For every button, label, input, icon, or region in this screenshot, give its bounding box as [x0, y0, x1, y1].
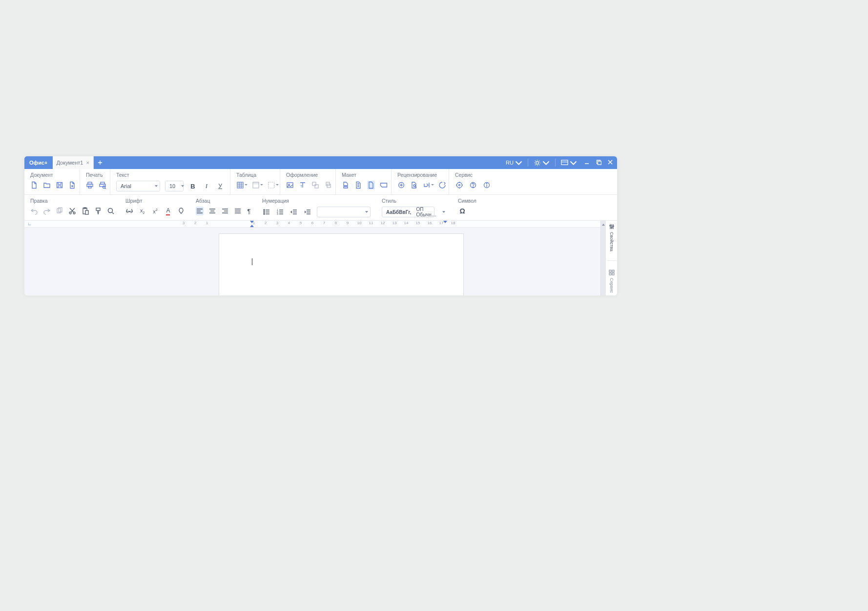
- accept-changes-icon[interactable]: [423, 181, 431, 190]
- block-label: Текст: [116, 172, 225, 178]
- paragraph-style-dropdown[interactable]: АаБбВвГг, ОП Обычн…: [382, 207, 434, 217]
- svg-point-88: [611, 227, 612, 228]
- search-icon[interactable]: [107, 207, 115, 215]
- page-margins-icon[interactable]: [354, 181, 362, 190]
- save-document-icon[interactable]: [56, 181, 63, 190]
- style-name: ОП Обычн…: [416, 207, 436, 217]
- undo-icon[interactable]: [30, 207, 38, 215]
- ruler-tick: 5: [300, 221, 302, 225]
- font-family-dropdown[interactable]: Arial: [116, 181, 160, 191]
- ruler-indent-bottom[interactable]: [250, 225, 254, 227]
- font-color-icon[interactable]: A: [164, 207, 172, 215]
- insert-table-icon[interactable]: [236, 181, 244, 190]
- table-select-icon[interactable]: [268, 181, 275, 190]
- home-tab-label: Офис+: [29, 160, 48, 166]
- ruler-tick: 1: [206, 221, 208, 225]
- close-tab-icon[interactable]: ×: [86, 160, 89, 166]
- sidebar-tab-properties[interactable]: Свойства: [609, 224, 615, 252]
- insert-image-icon[interactable]: [286, 181, 294, 190]
- new-document-icon[interactable]: [30, 181, 38, 190]
- chevron-down-icon: [276, 184, 279, 187]
- underline-button[interactable]: У: [216, 182, 225, 190]
- paste-icon[interactable]: [82, 207, 89, 215]
- copy-format-icon[interactable]: [324, 181, 332, 190]
- track-changes-icon[interactable]: [410, 181, 418, 190]
- svg-point-68: [264, 213, 265, 214]
- page-orientation-portrait-icon[interactable]: [367, 181, 375, 190]
- chevron-down-icon: [181, 185, 184, 189]
- numbered-list-icon[interactable]: 123: [276, 208, 285, 216]
- highlight-color-icon[interactable]: [177, 207, 185, 215]
- svg-line-8: [539, 160, 539, 161]
- align-right-icon[interactable]: [221, 207, 229, 215]
- brightness-button[interactable]: [534, 159, 550, 167]
- italic-button[interactable]: I: [202, 182, 211, 190]
- bullet-list-icon[interactable]: [262, 208, 271, 216]
- subscript-icon[interactable]: x2: [138, 207, 146, 215]
- maximize-button[interactable]: [596, 159, 601, 166]
- print-preview-icon[interactable]: [99, 181, 106, 190]
- copy-icon[interactable]: [56, 207, 63, 215]
- home-tab[interactable]: Офис+: [24, 156, 53, 169]
- sidebar-tab-label: Сервис: [609, 278, 614, 293]
- align-left-icon[interactable]: [196, 207, 204, 215]
- text-box-icon[interactable]: T: [299, 181, 307, 190]
- chevron-down-icon: [245, 184, 248, 187]
- svg-point-44: [486, 183, 487, 184]
- increase-indent-icon[interactable]: [303, 208, 312, 216]
- block-style: Стиль АаБбВвГг, ОП Обычн…: [376, 195, 452, 220]
- minimize-button[interactable]: [584, 159, 590, 166]
- sidebar-tab-service[interactable]: Сервис: [609, 270, 615, 293]
- list-style-dropdown[interactable]: [317, 207, 371, 217]
- document-page[interactable]: [219, 233, 464, 295]
- document-tab[interactable]: Документ1 ×: [53, 156, 94, 169]
- svg-point-47: [69, 212, 71, 214]
- cut-icon[interactable]: [68, 207, 76, 215]
- help-icon[interactable]: [469, 181, 477, 190]
- side-rail: Свойства Сервис: [605, 221, 617, 295]
- chevron-down-icon: [260, 184, 263, 187]
- svg-text:T: T: [300, 185, 303, 188]
- page-orientation-landscape-icon[interactable]: [380, 181, 388, 190]
- horizontal-ruler[interactable]: ∟ 321123456789101112131415161718: [24, 221, 617, 228]
- paragraph-marks-icon[interactable]: ¶: [247, 207, 251, 215]
- svg-rect-93: [612, 273, 614, 275]
- table-style-icon[interactable]: [252, 181, 260, 190]
- chevron-down-icon: [155, 185, 158, 189]
- ribbon-row-1: Документ Печать Текст Arial: [24, 169, 617, 195]
- save-as-document-icon[interactable]: [68, 181, 76, 190]
- block-document: Документ: [24, 169, 80, 194]
- decrease-indent-icon[interactable]: [289, 208, 298, 216]
- page-break-icon[interactable]: [342, 181, 350, 190]
- close-button[interactable]: [607, 159, 613, 166]
- settings-icon[interactable]: [455, 181, 464, 190]
- add-comment-icon[interactable]: [397, 181, 405, 190]
- font-size-dropdown[interactable]: 10: [165, 181, 184, 191]
- format-painter-icon[interactable]: [94, 207, 102, 215]
- svg-point-37: [413, 185, 415, 187]
- insert-symbol-icon[interactable]: Ω: [458, 207, 467, 215]
- style-preview: АаБбВвГг,: [386, 210, 411, 215]
- layout-icon: [561, 159, 568, 167]
- align-center-icon[interactable]: [208, 207, 216, 215]
- vertical-scrollbar[interactable]: [600, 221, 605, 295]
- svg-rect-17: [88, 186, 91, 188]
- rail-divider: [607, 260, 616, 261]
- shapes-icon[interactable]: [311, 181, 319, 190]
- new-tab-button[interactable]: [94, 156, 106, 169]
- info-icon[interactable]: [482, 181, 491, 190]
- ruler-margin-marker[interactable]: [443, 221, 447, 223]
- open-document-icon[interactable]: [43, 181, 51, 190]
- superscript-icon[interactable]: x2: [151, 207, 159, 215]
- chevron-down-icon: [542, 159, 550, 167]
- bold-button[interactable]: B: [188, 182, 197, 190]
- reject-changes-icon[interactable]: [438, 181, 446, 190]
- svg-rect-51: [85, 211, 88, 214]
- align-justify-icon[interactable]: [234, 207, 242, 215]
- layout-view-button[interactable]: [561, 159, 577, 167]
- language-switcher[interactable]: RU: [506, 159, 522, 167]
- strikethrough-icon[interactable]: Ꙍ: [125, 207, 133, 215]
- ruler-indent-top[interactable]: [250, 221, 254, 223]
- redo-icon[interactable]: [43, 207, 51, 215]
- print-icon[interactable]: [86, 181, 94, 190]
